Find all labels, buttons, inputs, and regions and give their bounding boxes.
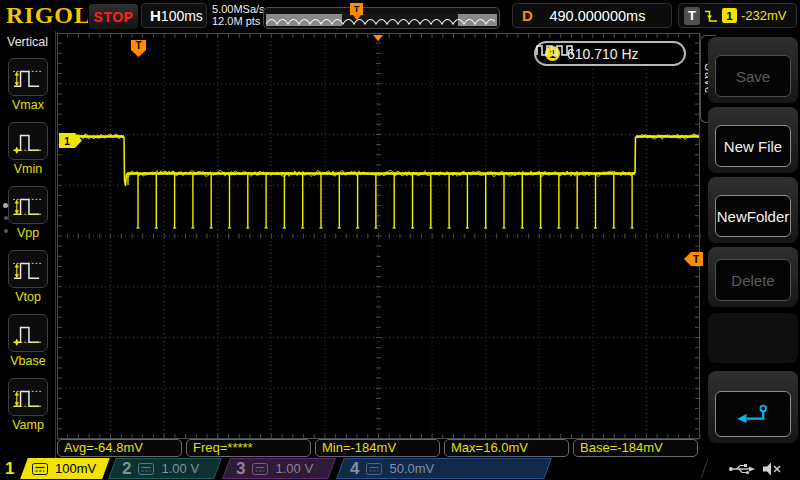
left-menu-title: Vertical	[0, 35, 55, 49]
vmax-label: Vmax	[0, 98, 56, 112]
measurement-avg: Avg=-64.8mV	[57, 439, 182, 457]
measurement-min: Min=-184mV	[315, 439, 440, 457]
trigger-source-badge: 1	[722, 8, 737, 23]
save-menu-slot: Save	[708, 37, 798, 103]
new-folder-menu-slot: NewFolder	[708, 177, 798, 243]
sample-rate: 5.00MSa/s	[212, 4, 265, 16]
delete-button[interactable]: Delete	[715, 259, 791, 301]
page-dot	[4, 229, 8, 233]
channel-1-scale: 100mV	[55, 461, 96, 476]
new-file-menu-slot: New File	[708, 107, 798, 173]
channel-3-scale: 1.00 V	[275, 461, 313, 476]
channel-3-status[interactable]: 3 1.00 V	[224, 458, 334, 480]
channel-1-number: 1	[5, 459, 14, 479]
rigol-logo: RIGOL	[6, 2, 91, 29]
vmin-label: Vmin	[0, 162, 56, 176]
dc-coupling-icon	[32, 463, 48, 475]
trigger-position-flag[interactable]: T	[350, 3, 363, 15]
trigger-status-box: T 1 -232mV	[678, 3, 797, 28]
left-measure-menu: Vertical Vmax Vmin Vpp Vtop Vbase Vamp	[0, 31, 56, 458]
frequency-counter: 1 610.710 Hz	[534, 41, 686, 66]
vtop-icon	[11, 255, 45, 283]
vmax-icon	[11, 63, 45, 91]
vtop-label: Vtop	[0, 290, 56, 304]
channel-2-status[interactable]: 2 1.00 V	[110, 458, 220, 480]
delete-menu-slot: Delete	[708, 247, 798, 307]
run-state-indicator[interactable]: STOP	[88, 3, 139, 30]
falling-edge-icon	[704, 8, 718, 24]
timebase-value: 100ms	[161, 8, 203, 24]
vbase-icon	[11, 319, 45, 347]
svg-text:1: 1	[64, 136, 70, 147]
empty-menu-slot	[708, 313, 798, 363]
acquisition-info: 5.00MSa/s 12.0M pts	[212, 4, 265, 27]
svg-text:T: T	[135, 40, 141, 51]
measurement-freq: Freq=*****	[186, 439, 311, 457]
memory-waveform-icon	[266, 14, 495, 26]
vtop-button[interactable]	[8, 250, 48, 288]
vbase-button[interactable]	[8, 314, 48, 352]
vbase-label: Vbase	[0, 354, 56, 368]
back-button[interactable]	[715, 391, 791, 437]
graticule: 1TT	[57, 33, 700, 439]
memory-track	[266, 14, 497, 26]
channel-2-number: 2	[122, 459, 131, 479]
vamp-label: Vamp	[0, 418, 56, 432]
dc-coupling-icon	[138, 463, 154, 475]
usb-icon	[728, 462, 756, 480]
dc-coupling-icon	[366, 463, 382, 475]
dc-coupling-icon	[252, 463, 268, 475]
delay-box: D 490.000000ms	[512, 3, 672, 28]
channel-2-scale: 1.00 V	[161, 461, 199, 476]
channel-status-bar: 1 100mV 2 1.00 V 3 1.00 V	[0, 458, 800, 480]
freq-value: 610.710 Hz	[567, 46, 639, 62]
page-dot	[4, 216, 8, 220]
channel-4-scale: 50.0mV	[389, 461, 434, 476]
new-file-button[interactable]: New File	[715, 125, 791, 167]
horizontal-timebase-box: H 100ms	[141, 3, 207, 28]
right-soft-menu: Save Save New File NewFolder Delete	[700, 31, 800, 451]
horizontal-label: H	[150, 7, 161, 24]
page-dot-active	[3, 203, 8, 208]
memory-waveform-strip: T	[263, 7, 500, 29]
vpp-button[interactable]	[8, 186, 48, 224]
square-wave-icon	[536, 43, 574, 56]
return-arrow-icon	[734, 401, 772, 427]
save-button[interactable]: Save	[715, 55, 791, 97]
status-separator	[701, 459, 719, 478]
measurement-max: Max=16.0mV	[444, 439, 569, 457]
waveform-display-area: 1TT 1 610.710 Hz	[57, 33, 700, 439]
back-menu-slot	[708, 371, 798, 443]
delay-label: D	[522, 7, 533, 24]
trigger-label: T	[684, 7, 700, 25]
svg-text:T: T	[693, 254, 699, 265]
oscilloscope-screen: RIGOL STOP H 100ms 5.00MSa/s 12.0M pts T…	[0, 0, 800, 480]
channel-4-status[interactable]: 4 50.0mV	[338, 458, 550, 480]
vamp-icon	[11, 383, 45, 411]
channel-4-number: 4	[350, 459, 359, 479]
measurement-base: Base=-184mV	[573, 439, 698, 457]
vmax-button[interactable]	[8, 58, 48, 96]
vmin-icon	[11, 127, 45, 155]
channel-1-status[interactable]: 1 100mV	[0, 458, 108, 480]
vpp-label: Vpp	[0, 226, 56, 240]
channel-3-number: 3	[236, 459, 245, 479]
memory-depth: 12.0M pts	[212, 16, 265, 28]
vmin-button[interactable]	[8, 122, 48, 160]
speaker-muted-icon	[762, 462, 782, 480]
vpp-icon	[11, 191, 45, 219]
delay-value: 490.000000ms	[533, 8, 662, 24]
new-folder-button[interactable]: NewFolder	[715, 195, 791, 237]
trigger-level-value: -232mV	[741, 8, 787, 23]
vamp-button[interactable]	[8, 378, 48, 416]
